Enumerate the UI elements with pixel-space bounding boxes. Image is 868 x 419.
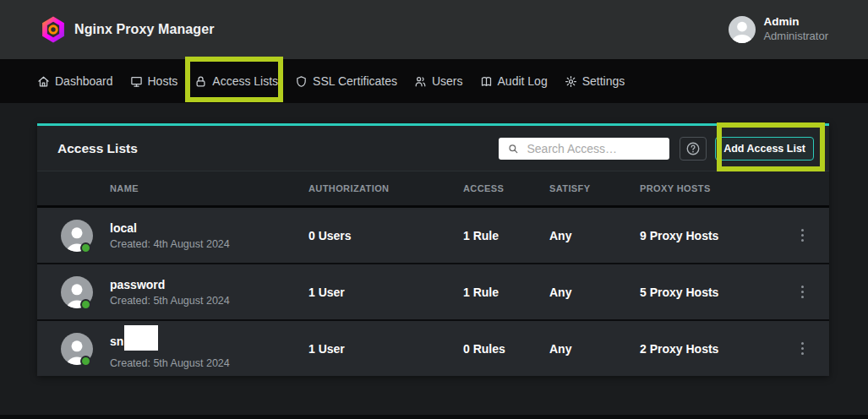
row-actions-menu[interactable] [801, 229, 804, 242]
row-authorization: 1 User [308, 286, 463, 299]
row-created: Created: 5th August 2024 [110, 295, 308, 307]
row-actions-menu[interactable] [801, 286, 804, 298]
nav-item-access-lists[interactable]: Access Lists [194, 74, 278, 88]
row-created: Created: 5th August 2024 [110, 357, 308, 369]
row-access: 1 Rule [463, 229, 549, 242]
app-logo-icon [41, 16, 66, 43]
row-access: 1 Rule [463, 286, 549, 299]
row-proxy-hosts: 2 Proxy Hosts [640, 342, 775, 356]
lock-icon [194, 75, 207, 88]
row-access: 0 Rules [463, 342, 549, 356]
row-authorization: 0 Users [308, 229, 463, 242]
col-header-authorization: AUTHORIZATION [308, 183, 463, 193]
online-status-dot [80, 356, 91, 367]
main-nav: Dashboard Hosts Access Lists SSL Certifi… [0, 59, 868, 103]
row-avatar [61, 333, 93, 365]
row-proxy-hosts: 5 Proxy Hosts [640, 286, 775, 299]
nav-item-dashboard[interactable]: Dashboard [37, 74, 113, 88]
online-status-dot [80, 242, 91, 253]
monitor-icon [130, 75, 143, 88]
redaction-box [124, 325, 158, 351]
row-avatar [61, 220, 93, 252]
row-created: Created: 4th August 2024 [110, 238, 308, 250]
row-satisfy: Any [549, 229, 640, 242]
user-menu[interactable]: Admin Administrator [729, 15, 828, 43]
users-icon [414, 75, 427, 88]
shield-icon [295, 75, 308, 88]
add-access-list-button[interactable]: Add Access List [715, 137, 814, 161]
help-icon [685, 141, 701, 156]
row-avatar [61, 276, 93, 308]
search-box [499, 138, 669, 160]
table-row[interactable]: sn Created: 5th August 2024 1 User 0 Rul… [37, 321, 829, 376]
gear-icon [565, 75, 577, 88]
row-name: sn [110, 335, 123, 348]
app-header: Nginx Proxy Manager Admin Administrator [0, 0, 868, 59]
book-icon [480, 75, 493, 88]
panel-title: Access Lists [57, 141, 138, 156]
row-name: local [110, 221, 137, 235]
col-header-name: NAME [110, 183, 308, 193]
row-proxy-hosts: 9 Proxy Hosts [640, 229, 775, 242]
table-row[interactable]: password Created: 5th August 2024 1 User… [37, 264, 829, 319]
help-button[interactable] [680, 137, 707, 161]
row-satisfy: Any [549, 342, 640, 356]
row-actions-menu[interactable] [801, 342, 804, 355]
table-row[interactable]: local Created: 4th August 2024 0 Users 1… [37, 208, 829, 263]
col-header-proxy-hosts: PROXY HOSTS [640, 183, 775, 193]
online-status-dot [80, 299, 91, 310]
table-header: NAME AUTHORIZATION ACCESS SATISFY PROXY … [37, 171, 829, 205]
search-icon [508, 143, 518, 155]
col-header-satisfy: SATISFY [549, 183, 640, 193]
search-input[interactable] [527, 142, 660, 155]
user-name: Admin [763, 15, 828, 30]
table-body: local Created: 4th August 2024 0 Users 1… [37, 205, 829, 376]
nav-item-ssl-certificates[interactable]: SSL Certificates [295, 74, 397, 88]
home-icon [37, 75, 50, 88]
user-avatar [729, 16, 756, 43]
nav-item-hosts[interactable]: Hosts [130, 74, 178, 88]
row-satisfy: Any [549, 286, 640, 299]
access-lists-panel: Access Lists Add Access List NAME AUTHOR… [37, 123, 829, 376]
col-header-access: ACCESS [463, 183, 549, 193]
row-authorization: 1 User [308, 342, 463, 356]
footer-strip [0, 415, 868, 419]
nav-item-settings[interactable]: Settings [565, 74, 625, 88]
nav-item-users[interactable]: Users [414, 74, 463, 88]
user-role: Administrator [763, 30, 828, 43]
nav-item-audit-log[interactable]: Audit Log [480, 74, 548, 88]
app-title: Nginx Proxy Manager [74, 22, 215, 37]
row-name: password [110, 278, 165, 291]
